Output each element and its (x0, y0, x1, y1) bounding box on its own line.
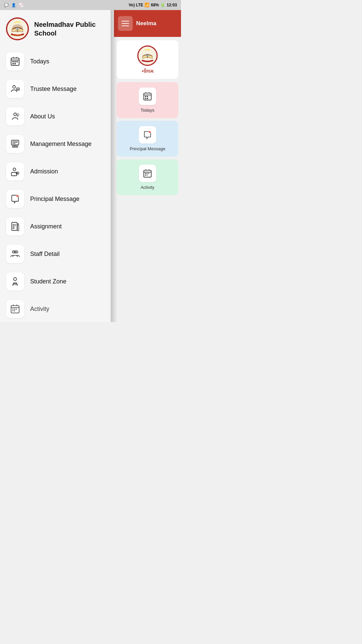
svg-rect-80 (145, 98, 146, 99)
sidebar-item-staff-label: Staff Detail (30, 251, 60, 258)
svg-rect-49 (13, 227, 13, 228)
svg-point-35 (13, 168, 16, 171)
drawer-header: ॥ ज्ञानम् सर्वजनहिताय ॥ Neelmadhav Publi… (0, 10, 111, 46)
sidebar-item-admission[interactable]: Admission (0, 158, 111, 185)
grid-todays-icon-box (139, 88, 156, 105)
svg-rect-92 (146, 175, 147, 176)
svg-text:!: ! (149, 131, 150, 133)
trustee-icon (10, 84, 20, 94)
svg-rect-90 (148, 173, 149, 174)
drawer-menu-list: Todays Trustee Message (0, 46, 111, 321)
svg-rect-81 (147, 98, 148, 99)
grid-principal-icon-box: ! (139, 126, 156, 144)
svg-rect-12 (12, 61, 14, 62)
svg-point-29 (12, 146, 14, 148)
header-school-name: Neelma (136, 20, 156, 27)
grid-principal-label: Principal Message (130, 146, 165, 151)
svg-rect-13 (14, 61, 16, 62)
sidebar-item-student-zone[interactable]: Student Zone (0, 268, 111, 295)
svg-point-30 (14, 146, 16, 148)
svg-rect-91 (145, 175, 146, 176)
clock: 12:03 (167, 3, 177, 7)
sidebar-item-staff-detail[interactable]: Staff Detail (0, 240, 111, 268)
sidebar-item-todays[interactable]: Todays (0, 48, 111, 75)
hamburger-line-1 (122, 21, 129, 21)
svg-point-56 (14, 278, 17, 281)
svg-rect-78 (145, 96, 146, 97)
assignment-icon (10, 221, 20, 231)
svg-rect-89 (146, 173, 147, 174)
grid-card-principal[interactable]: ! Principal Message (117, 121, 178, 157)
svg-rect-66 (12, 310, 13, 311)
svg-rect-15 (12, 63, 14, 64)
hamburger-line-2 (122, 23, 129, 24)
principal-message-icon: ! (10, 194, 20, 204)
assignment-icon-box (6, 217, 24, 235)
sidebar-item-management-label: Management Message (30, 141, 92, 148)
svg-point-55 (14, 251, 16, 253)
sidebar-item-about-us[interactable]: About Us (0, 103, 111, 130)
svg-rect-48 (13, 226, 13, 226)
activity-calendar-icon (10, 304, 20, 314)
svg-rect-79 (147, 96, 148, 97)
sidebar-item-assignment-label: Assignment (30, 223, 62, 230)
svg-rect-64 (14, 309, 15, 310)
school-info-card: નીલમ (117, 40, 178, 79)
svg-rect-42 (12, 222, 17, 230)
principal-msg-icon-box: ! (6, 190, 24, 208)
sidebar-item-activity-label: Activity (30, 306, 49, 313)
school-name-text: Neelmadhav Public School (34, 20, 105, 38)
grid-card-activity[interactable]: Activity (117, 159, 178, 195)
staff-detail-icon (10, 249, 20, 259)
svg-point-23 (17, 114, 18, 115)
svg-text:॥ ज्ञानम् सर्वजनहिताय ॥: ॥ ज्ञानम् सर्वजनहिताय ॥ (12, 34, 23, 36)
management-icon-box (6, 135, 24, 153)
svg-point-21 (14, 113, 16, 116)
status-bar: 💬 👤 📈 Vo) LTE 📶 68% 🔋 12:03 (0, 0, 181, 10)
svg-text:!: ! (17, 195, 17, 197)
svg-point-31 (16, 146, 18, 148)
activity-icon: 📈 (19, 3, 23, 7)
main-content-panel: Neelma નીલમ (114, 10, 181, 322)
grid-card-todays[interactable]: Todays (117, 82, 178, 118)
sidebar-item-activity[interactable]: Activity (0, 295, 111, 321)
grid-calendar-icon (143, 92, 152, 101)
svg-rect-51 (17, 225, 19, 231)
grid-todays-label: Todays (140, 108, 154, 113)
hamburger-line-3 (122, 25, 129, 26)
svg-rect-50 (13, 228, 13, 229)
sidebar-item-trustee-message[interactable]: Trustee Message (0, 75, 111, 103)
network-type: Vo) LTE (129, 3, 143, 7)
message-icon: 💬 (4, 3, 9, 7)
about-icon-box (6, 107, 24, 125)
grid-activity-icon-box (139, 165, 156, 182)
sidebar-item-about-label: About Us (30, 113, 55, 120)
student-zone-icon (10, 276, 20, 286)
sidebar-item-assignment[interactable]: Assignment (0, 213, 111, 240)
sidebar-item-principal-message[interactable]: ! Principal Message (0, 185, 111, 213)
hamburger-menu-button[interactable] (118, 16, 133, 31)
sidebar-item-principal-label: Principal Message (30, 196, 79, 203)
about-icon (10, 111, 20, 121)
staff-icon-box (6, 245, 24, 263)
status-system: Vo) LTE 📶 68% 🔋 12:03 (129, 3, 177, 7)
sidebar-item-todays-label: Todays (30, 58, 49, 65)
drawer-shadow-overlay (111, 10, 117, 322)
sidebar-item-trustee-label: Trustee Message (30, 86, 76, 93)
school-card-gujarati-name: નીલમ (142, 68, 154, 74)
grid-activity-label: Activity (140, 185, 154, 190)
calendar-grid-icon (10, 56, 20, 66)
battery-icon: 🔋 (160, 3, 165, 7)
grid-activity-icon (143, 169, 152, 178)
svg-rect-63 (12, 309, 13, 310)
sidebar-item-student-zone-label: Student Zone (30, 278, 66, 285)
grid-message-icon: ! (143, 130, 152, 140)
admission-icon (10, 166, 20, 176)
svg-rect-67 (14, 310, 15, 311)
trustee-icon-box (6, 80, 24, 98)
contact-icon: 👤 (11, 3, 16, 7)
school-logo: ॥ ज्ञानम् सर्वजनहिताय ॥ (5, 17, 29, 41)
svg-point-17 (13, 86, 15, 88)
svg-rect-47 (13, 224, 13, 225)
sidebar-item-management-message[interactable]: Management Message (0, 130, 111, 158)
